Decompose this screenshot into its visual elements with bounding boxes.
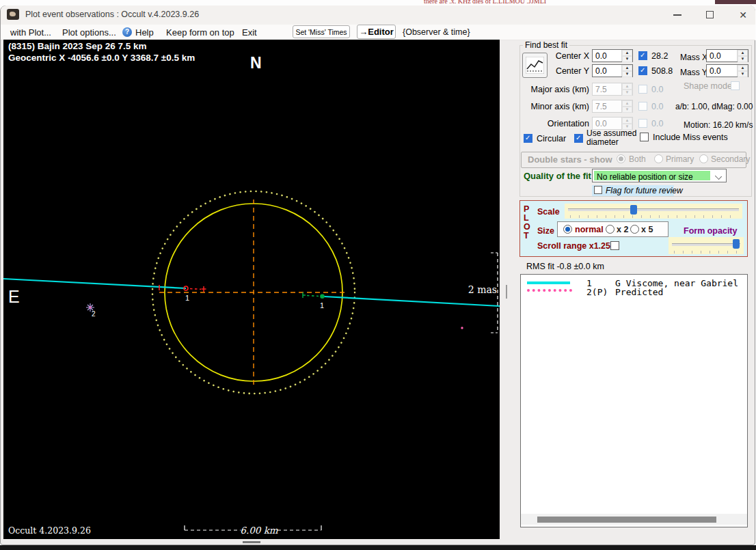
center-y-label: Center Y [550, 66, 589, 77]
size-normal-label: normal [575, 225, 604, 236]
include-miss-label: Include Miss events [653, 133, 728, 143]
size-x2-label: x 2 [617, 225, 628, 236]
mass-x-up[interactable]: ▲ [738, 50, 748, 56]
km-scale-label: 6.00 km [240, 525, 278, 536]
ab-dmag-label: a/b: 1.00, dMag: 0.00 [675, 102, 753, 112]
major-axis-value: 7.5 [595, 85, 607, 94]
legend-name: Predicted [615, 287, 663, 297]
mass-y-up[interactable]: ▲ [738, 65, 748, 71]
mass-y-value: 0.0 [710, 66, 721, 76]
panel-divider [506, 285, 507, 299]
use-assumed-checkbox[interactable] [574, 134, 583, 143]
mass-y-spinner[interactable]: 0.0 ▲▼ [706, 64, 748, 77]
fit-y-value: 508.8 [651, 66, 673, 77]
form-opacity-track [672, 243, 740, 246]
shape-model-checkbox [731, 81, 740, 90]
orientation-checkbox [638, 119, 647, 128]
mass-x-value: 0.0 [710, 51, 721, 61]
circular-label: Circular [537, 134, 566, 145]
fit-x-checkbox[interactable] [638, 51, 647, 60]
center-x-up[interactable]: ▲ [622, 50, 632, 56]
run-fit-button[interactable] [522, 53, 548, 78]
background-window-block [715, 0, 756, 4]
minor-axis-check-value: 0.0 [651, 102, 663, 113]
legend-hscrollbar-thumb[interactable] [537, 517, 716, 523]
observer-list[interactable]: 1 G Viscome, near Gabriel 2(P) Predicted [520, 274, 748, 527]
menu-keep-on-top[interactable]: Keep form on top [166, 27, 234, 38]
menu-plot-options[interactable]: Plot options... [62, 27, 116, 38]
legend-chord-line [527, 281, 570, 284]
minor-axis-checkbox [638, 102, 647, 111]
occultation-plot[interactable]: 1 1 2 (8315) Bajin 2023 Sep 26 7.5 km Ge… [3, 40, 500, 539]
titlebar[interactable]: Plot event observations : Occult v.4.202… [1, 5, 755, 25]
mass-x-spinner[interactable]: 0.0 ▲▼ [706, 49, 748, 62]
motion-label: Motion: 16.20 km/s [684, 120, 753, 130]
form-opacity-slider[interactable] [669, 237, 744, 254]
form-opacity-thumb[interactable] [733, 239, 740, 249]
scale-slider[interactable] [565, 204, 742, 219]
size-label: Size [537, 226, 554, 237]
center-y-down[interactable]: ▼ [622, 71, 632, 77]
size-normal-radio[interactable] [563, 225, 572, 234]
desktop: { "background": { "behind_text": "there … [0, 0, 756, 550]
scale-slider-ticks [570, 215, 738, 218]
center-y-up[interactable]: ▲ [622, 65, 632, 71]
size-x5-label: x 5 [641, 225, 653, 236]
predicted-point [461, 327, 463, 329]
orientation-value: 0.0 [595, 119, 607, 128]
scroll-range-label: Scroll range x1.25 [537, 241, 610, 252]
legend-hscrollbar[interactable] [521, 514, 747, 525]
menu-with-plot[interactable]: with Plot... [10, 27, 51, 38]
major-axis-check-value: 0.0 [651, 85, 663, 96]
legend-item[interactable]: 2(P) Predicted [521, 286, 747, 297]
form-opacity-ticks [674, 251, 740, 253]
scale-slider-thumb[interactable] [630, 205, 637, 215]
reappearance-marker [320, 294, 325, 299]
close-button[interactable]: ✕ [731, 5, 755, 25]
fit-chart-icon [526, 57, 544, 74]
editor-button[interactable]: →Editor [357, 25, 396, 39]
plot-version-label: Occult 4.2023.9.26 [8, 525, 91, 536]
center-x-spinner[interactable]: 0.0 ▲▼ [592, 49, 633, 62]
double-both-radio [617, 154, 625, 163]
size-x2-radio[interactable] [606, 225, 615, 234]
scroll-range-checkbox[interactable] [610, 241, 619, 250]
menu-exit[interactable]: Exit [242, 27, 257, 38]
north-label: N [250, 54, 262, 72]
size-x5-radio[interactable] [630, 225, 639, 234]
observer-time-label: {Observer & time} [403, 27, 470, 37]
close-icon: ✕ [739, 10, 747, 20]
fit-x-value: 28.2 [651, 51, 668, 62]
find-best-fit-title: Find best fit [523, 40, 569, 50]
menubar: with Plot... Plot options... ? Help Keep… [1, 25, 755, 40]
minimize-button[interactable] [666, 5, 689, 25]
quality-dropdown[interactable]: No reliable position or size [592, 169, 727, 182]
mass-x-down[interactable]: ▼ [738, 56, 748, 62]
quality-value: No reliable position or size [597, 172, 693, 182]
legend-predicted-dots [527, 289, 572, 292]
menu-help[interactable]: Help [135, 27, 154, 38]
double-secondary-radio [699, 154, 708, 163]
center-y-value: 0.0 [595, 66, 607, 76]
reappearance-uncertainty [307, 296, 319, 297]
use-assumed-label: Use assumed diameter [586, 129, 637, 147]
legend-num: 2(P) [586, 287, 608, 297]
fit-y-checkbox[interactable] [638, 66, 647, 75]
major-axis-checkbox [638, 85, 647, 94]
form-opacity-label: Form opacity [684, 226, 738, 237]
include-miss-checkbox[interactable] [640, 133, 649, 141]
center-x-value: 0.0 [595, 51, 607, 61]
app-icon [7, 9, 19, 20]
circular-checkbox[interactable] [524, 134, 532, 143]
plot-header-line1: (8315) Bajin 2023 Sep 26 7.5 km [8, 41, 147, 51]
mass-y-down[interactable]: ▼ [738, 71, 748, 77]
size-radio-group: normal x 2 x 5 [557, 221, 669, 237]
shape-model-label: Shape model [684, 81, 734, 92]
flag-review-checkbox[interactable] [594, 186, 602, 194]
center-y-spinner[interactable]: 0.0 ▲▼ [592, 64, 633, 77]
set-miss-times-label: Set 'Miss' Times [295, 28, 347, 36]
maximize-button[interactable] [699, 5, 722, 25]
center-x-down[interactable]: ▼ [622, 56, 632, 62]
set-miss-times-button[interactable]: Set 'Miss' Times [293, 25, 350, 38]
mass-x-label: Mass X [680, 53, 707, 63]
